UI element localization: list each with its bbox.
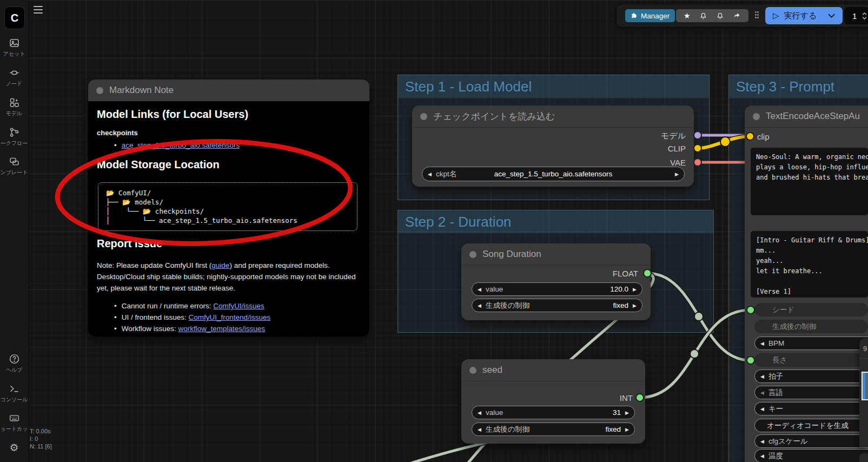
manager-button[interactable]: Manager (625, 9, 675, 22)
sidebar-item-shortcuts[interactable]: ョートカッ (0, 412, 28, 433)
manager-label: Manager (641, 12, 670, 20)
widget-language[interactable]: ◀ 言語 (754, 386, 868, 399)
right-arrow-icon[interactable]: ▶ (625, 410, 629, 415)
terminal-icon (8, 382, 20, 394)
collapse-dot-icon[interactable] (96, 87, 103, 94)
batch-count-input[interactable]: 1 (844, 7, 868, 24)
nodes-icon (8, 67, 20, 78)
widget-ckpt-name[interactable]: ◀ ckpt名 ace_step_1.5_turbo_aio.safetenso… (422, 167, 685, 181)
sidebar-item-label: ョートカッ (1, 425, 28, 433)
tags-textarea[interactable]: Neo-Soul: A warm, organic neo-soul plays… (751, 148, 868, 215)
play-icon: ▷ (773, 11, 779, 21)
widget-label: シード (772, 305, 794, 315)
sidebar-item-label: コンソール (1, 396, 28, 404)
widget-key[interactable]: ◀ キー (754, 402, 868, 415)
widget-label: 長さ (772, 355, 787, 365)
count-spinner[interactable] (862, 12, 867, 19)
menu-hamburger-icon[interactable] (34, 6, 43, 14)
edge-node-sliver[interactable]: 9 (859, 338, 868, 447)
group-duration-header[interactable]: Step 2 - Duration (398, 210, 713, 233)
widget-label: BPM (768, 339, 784, 347)
node-title: Song Duration (482, 249, 541, 260)
issue-list-item: • Cannot run / runtime errors: ComfyUI/i… (114, 300, 264, 312)
node-title: Markdown Note (109, 85, 174, 96)
output-label-float: FLOAT (587, 269, 638, 278)
sidebar-item-label: ンプレート (1, 169, 28, 176)
assets-icon (8, 37, 20, 49)
widget-generate-audio-codes[interactable]: オーディオコードを生成 (754, 419, 868, 432)
widget-value: ace_step_1.5_turbo_aio.safetensors (422, 170, 684, 178)
node-title: seed (482, 365, 502, 375)
collapse-dot-icon[interactable] (420, 113, 427, 120)
share-icon[interactable] (733, 12, 741, 20)
widget-seed-input[interactable]: シード (754, 303, 868, 316)
widget-seed-control[interactable]: ◀ 生成後の制御 fixed ▶ (472, 423, 635, 436)
chevron-down-icon[interactable] (828, 14, 835, 18)
edge-node-selected-widget[interactable] (862, 372, 868, 400)
widget-seed-value[interactable]: ◀ value 31 ▶ (472, 406, 635, 419)
comfyui-app: Step 1 - Load Model Step 2 - Duration St… (0, 0, 868, 462)
sidebar-item-nodes[interactable]: ノード (0, 67, 28, 88)
edge-node-divider (859, 358, 868, 359)
widget-cfg-scale[interactable]: ◀ cfgスケール (754, 434, 868, 448)
guide-link[interactable]: guide (211, 261, 229, 269)
right-arrow-icon[interactable]: ▶ (625, 427, 629, 432)
workflow-issues-link[interactable]: workflow_templates/issues (178, 325, 266, 333)
stat-iterations: I: 0 (30, 435, 52, 443)
collapse-dot-icon[interactable] (753, 113, 760, 120)
collapse-dot-icon[interactable] (469, 367, 476, 374)
group-load-model-header[interactable]: Step 1 - Load Model (398, 75, 709, 98)
sidebar-item-models[interactable]: モデル (0, 96, 28, 117)
left-arrow-icon[interactable]: ◀ (760, 453, 764, 459)
templates-icon (8, 155, 20, 167)
left-arrow-icon[interactable]: ◀ (478, 410, 481, 415)
sidebar-item-label: アセット (3, 50, 25, 58)
issue-text: Workflow issues: (122, 325, 178, 333)
widget-label: value (486, 285, 503, 293)
left-arrow-icon[interactable]: ◀ (478, 427, 481, 432)
right-arrow-icon[interactable]: ▶ (633, 287, 637, 292)
left-arrow-icon[interactable]: ◀ (760, 439, 764, 444)
right-arrow-icon[interactable]: ▶ (633, 303, 637, 308)
sidebar-item-label: モデル (6, 110, 23, 117)
run-button[interactable]: ▷ 実行する (765, 7, 843, 24)
sidebar-item-label: ノード (6, 80, 22, 88)
left-arrow-icon[interactable]: ◀ (478, 303, 481, 308)
widget-label: オーディオコードを生成 (767, 421, 849, 431)
widget-time-signature[interactable]: ◀ 拍子 (754, 369, 868, 383)
edge-node-sliver-2[interactable] (859, 453, 868, 462)
sidebar-item-templates[interactable]: ンプレート (0, 155, 28, 176)
group-prompt-header[interactable]: Step 3 - Prompt (729, 75, 868, 98)
frontend-issues-link[interactable]: ComfyUI_frontend/issues (189, 313, 271, 321)
drag-handle-icon[interactable] (755, 11, 759, 19)
node-markdown-note[interactable]: Markdown Note Model Links (for Local Use… (88, 80, 369, 336)
widget-control-after-generate[interactable]: 生成後の制御 (754, 320, 868, 333)
widget-duration-value[interactable]: ◀ value 120.0 ▶ (472, 282, 642, 296)
lyrics-textarea[interactable]: [Intro - Guitar Riff & Drums] mm... yeah… (751, 231, 868, 298)
batch-count-value: 1 (852, 11, 857, 21)
bell-icon[interactable] (699, 12, 707, 20)
left-arrow-icon[interactable]: ◀ (760, 374, 764, 379)
left-arrow-icon[interactable]: ◀ (760, 390, 764, 395)
checkpoint-link[interactable]: ace_step_1.5_turbo_aio.safetensors (122, 141, 240, 149)
comfyui-issues-link[interactable]: ComfyUI/issues (213, 302, 264, 310)
widget-length-input[interactable]: 長さ (754, 353, 868, 367)
spinner-up-icon[interactable] (862, 12, 867, 15)
sidebar-item-workflows[interactable]: ークフロー (0, 126, 28, 147)
comfyui-logo[interactable]: C (4, 6, 25, 29)
spinner-down-icon[interactable] (862, 17, 867, 19)
sidebar-item-console[interactable]: コンソール (0, 382, 28, 404)
left-arrow-icon[interactable]: ◀ (478, 287, 481, 292)
widget-duration-control[interactable]: ◀ 生成後の制御 fixed ▶ (472, 299, 642, 312)
star-icon[interactable]: ★ (684, 11, 691, 20)
widget-bpm[interactable]: ◀ BPM (754, 336, 868, 350)
sidebar-item-settings[interactable]: ⚙ (0, 441, 28, 453)
sidebar-item-assets[interactable]: アセット (0, 37, 28, 58)
widget-temperature[interactable]: ◀ 温度 (754, 449, 868, 462)
bell-icon[interactable] (716, 12, 724, 20)
collapse-dot-icon[interactable] (469, 251, 476, 258)
sidebar-item-help[interactable]: ヘルプ (0, 353, 28, 374)
left-arrow-icon[interactable]: ◀ (760, 406, 764, 412)
run-label: 実行する (784, 11, 817, 21)
left-arrow-icon[interactable]: ◀ (760, 341, 764, 346)
